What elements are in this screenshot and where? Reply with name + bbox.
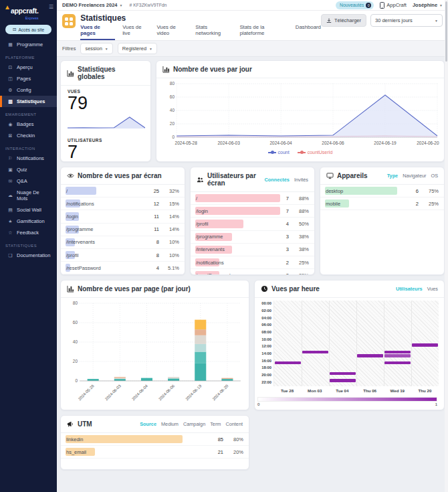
- sidebar-item-programme[interactable]: ▦Programme: [0, 39, 57, 50]
- heatmap-day-label: Thu 06: [356, 388, 384, 393]
- row-value: 4: [273, 221, 289, 227]
- scrollbar-thumb[interactable]: [445, 1, 447, 62]
- tab-vues-de-live[interactable]: Vues de live: [122, 24, 149, 40]
- download-button[interactable]: Télécharger: [321, 14, 366, 27]
- sidebar-item-q-a[interactable]: ✉Q&A: [0, 175, 57, 187]
- row-percent: 10%: [159, 252, 179, 258]
- stats-icon: ▥: [7, 99, 13, 104]
- heatmap-day-label: Tue 04: [328, 388, 356, 393]
- row-percent: 38%: [289, 234, 309, 240]
- tab-source[interactable]: Source: [140, 421, 156, 427]
- sidebar-item-pages[interactable]: ◫Pages: [0, 73, 57, 84]
- sidebar-item-label: Checkin: [17, 133, 35, 139]
- sidebar-item-notifications[interactable]: ⚐Notifications: [0, 153, 57, 164]
- row-label: /profil: [196, 221, 208, 227]
- appcraft-mobile-link[interactable]: AppCraft: [380, 2, 407, 9]
- sidebar-item-gamification[interactable]: ★Gamification: [0, 216, 57, 227]
- bell-icon: ⚐: [7, 156, 13, 161]
- chevron-down-icon: ▼: [120, 3, 123, 7]
- row-label: /programme: [66, 226, 93, 232]
- sidebar-item-label: Pages: [17, 76, 31, 82]
- site-access-button[interactable]: ⊡ Accès au site: [5, 25, 51, 34]
- legend-countuserid[interactable]: countUserId: [298, 150, 333, 155]
- logo-subtitle: Express: [11, 16, 39, 20]
- tab-os[interactable]: OS: [431, 173, 438, 179]
- sidebar-item-nuage-de-mots[interactable]: ☁Nuage De Mots: [0, 187, 57, 204]
- period-select[interactable]: 30 derniers jours ▼: [370, 14, 443, 27]
- row-label: /intervenants: [66, 239, 95, 245]
- heatmap-day-label: Wed 19: [384, 388, 411, 393]
- row-percent: 50%: [289, 221, 309, 227]
- heatmap-cell: [330, 379, 356, 382]
- tab-content[interactable]: Content: [225, 421, 243, 427]
- event-code: # KF3ZKwV9TFdn: [130, 3, 167, 7]
- tab-term[interactable]: Term: [210, 421, 221, 427]
- heatmap-hour-label: 22:00: [261, 380, 271, 384]
- views-per-screen-card: Nombre de vues par écran /2532%/notifica…: [60, 167, 185, 275]
- sidebar-item-documentation[interactable]: ❏Documentation: [0, 250, 57, 261]
- tab-navigateur[interactable]: Navigateur: [403, 173, 426, 179]
- heatmap-hour-label: 18:00: [261, 365, 271, 370]
- tab-dashboard[interactable]: Dashboard: [296, 24, 321, 40]
- heatmap-cell: [302, 351, 328, 354]
- utm-card: UTM SourceMediumCampaignTermContent link…: [60, 415, 249, 470]
- doc-icon: ❏: [7, 253, 13, 258]
- sparkline: [68, 113, 145, 133]
- user-menu[interactable]: Joséphine ▼: [413, 2, 443, 8]
- sidebar-item-social-wall[interactable]: ▤Social Wall: [0, 204, 57, 216]
- list-item: /login788%: [191, 205, 314, 218]
- tab-vues-de-pages[interactable]: Vues de pages: [80, 24, 115, 40]
- heatmap-day-label: Tue 28: [273, 388, 301, 393]
- row-value: 11: [143, 214, 159, 220]
- browser-icon: ⊡: [13, 27, 16, 32]
- tab-utilisateurs[interactable]: Utilisateurs: [396, 286, 423, 292]
- tab-medium[interactable]: Medium: [161, 421, 179, 427]
- filter-chip-session[interactable]: session▼: [80, 43, 112, 54]
- sidebar-item-badges[interactable]: ◉Badges: [0, 118, 57, 130]
- tab-stats-de-la-plateforme[interactable]: Stats de la plateforme: [239, 24, 288, 40]
- card-title: Appareils: [337, 172, 368, 179]
- heatmap-color-scale: 0 1: [257, 397, 437, 406]
- row-label: /profil: [66, 252, 78, 258]
- tab-invit-s[interactable]: Invités: [294, 177, 308, 183]
- sidebar-item-aper-u[interactable]: ⊡Aperçu: [0, 62, 57, 73]
- row-value: 8: [143, 252, 159, 258]
- sidebar-item-config[interactable]: ⚙Config: [0, 84, 57, 96]
- tab-type[interactable]: Type: [387, 173, 399, 179]
- tab-campaign[interactable]: Campaign: [183, 421, 205, 427]
- card-title: Utilisateurs par écran: [207, 172, 261, 187]
- tab-stats-networking[interactable]: Stats networking: [195, 24, 232, 40]
- whats-new-button[interactable]: Nouveautés 0: [336, 1, 374, 9]
- event-selector[interactable]: DEMO Freelances 2024 ▼: [62, 2, 123, 8]
- row-label: /programme: [196, 234, 223, 240]
- list-item: /programme338%: [191, 231, 314, 244]
- list-item: /profil450%: [191, 218, 314, 230]
- sidebar-item-label: Programme: [17, 42, 43, 48]
- sidebar-item-quiz[interactable]: ▣Quiz: [0, 164, 57, 175]
- value-bar: [195, 194, 280, 202]
- tab-vues[interactable]: Vues: [427, 286, 438, 292]
- checkin-icon: ⊠: [7, 133, 13, 139]
- sidebar-item-checkin[interactable]: ⊠Checkin: [0, 130, 57, 141]
- tab-vues-de-video[interactable]: Vues de video: [156, 24, 188, 40]
- column-separator: [302, 301, 302, 386]
- legend-count[interactable]: count: [268, 150, 290, 155]
- heatmap-hour-label: 20:00: [261, 373, 271, 377]
- svg-text:2024-06-20: 2024-06-20: [417, 141, 439, 145]
- svg-text:80: 80: [170, 81, 175, 86]
- filter-chip-registered[interactable]: Registered▼: [118, 43, 157, 54]
- pages-icon: ◫: [7, 76, 13, 82]
- heatmap-hour-label: 06:00: [261, 323, 271, 327]
- tab-connect-s[interactable]: Connectés: [265, 177, 290, 183]
- metric-label: UTILISATEURS: [68, 138, 144, 143]
- svg-text:0: 0: [75, 378, 78, 383]
- sidebar-collapse-icon[interactable]: ☰: [49, 4, 53, 10]
- row-value: 7: [273, 195, 289, 201]
- heatmap-hour-label: 00:00: [261, 301, 271, 305]
- scrollbar[interactable]: [445, 0, 448, 492]
- badge-icon: ◉: [7, 122, 13, 127]
- nav-section-label: PLATEFORME: [0, 50, 57, 62]
- sidebar-item-feedback[interactable]: ☆Feedback: [0, 227, 57, 238]
- sidebar-item-statistiques[interactable]: ▥Statistiques: [0, 96, 57, 107]
- sidebar-item-label: Documentation: [17, 252, 50, 258]
